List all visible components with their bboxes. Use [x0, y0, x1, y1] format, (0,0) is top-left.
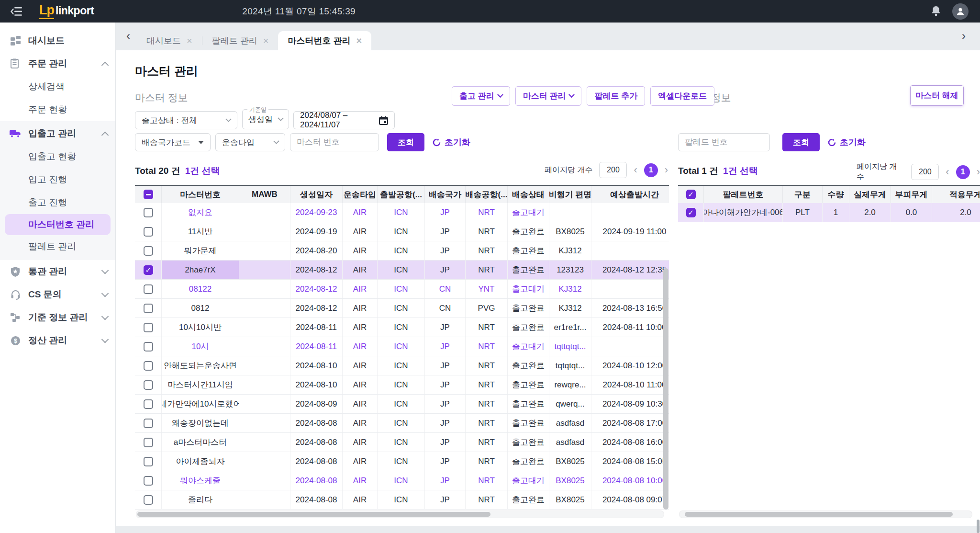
add-pallet-button[interactable]: 팔레트 추가	[587, 86, 645, 106]
user-avatar[interactable]	[952, 3, 969, 20]
pallet-no-input[interactable]	[678, 133, 770, 151]
page-number[interactable]: 1	[644, 163, 658, 177]
pallet-table-horizontal-scrollbar[interactable]	[679, 510, 972, 518]
sidebar-group-inout[interactable]: 입출고 관리	[0, 122, 115, 145]
cell-master-no[interactable]: 내가만약에10시로했어	[162, 395, 239, 413]
transport-type-select[interactable]: 운송타입	[215, 133, 285, 151]
row-checkbox[interactable]	[144, 304, 153, 313]
master-no-field[interactable]	[297, 137, 372, 147]
row-checkbox[interactable]	[144, 399, 153, 409]
table-row[interactable]: 안해도되는운송사면 2024-08-10 AIR ICN JP NRT 출고완료…	[135, 356, 669, 375]
page-prev-icon[interactable]: ‹	[946, 167, 949, 177]
shipping-manage-button[interactable]: 출고 관리	[452, 86, 510, 106]
close-icon[interactable]: ×	[187, 36, 192, 45]
cell-master-no[interactable]: a마스터마스터	[162, 433, 239, 452]
cell-master-no[interactable]: 없지요	[162, 203, 239, 222]
scrollbar-thumb[interactable]	[663, 268, 668, 510]
table-row[interactable]: 08122 2024-08-12 AIR ICN CN YNT 출고대기 KJ3…	[135, 280, 669, 299]
table-row[interactable]: 뭐가문제 2024-08-20 AIR ICN JP NRT 출고완료 KJ31…	[135, 241, 669, 261]
cell-master-no[interactable]: 안해도되는운송사면	[162, 356, 239, 375]
linkport-logo[interactable]: Lp linkport	[39, 4, 94, 19]
cell-master-no[interactable]: 10시10시반	[162, 318, 239, 337]
table-row[interactable]: 내가만약에10시로했어 2024-08-09 AIR ICN JP NRT 출고…	[135, 395, 669, 414]
sidebar-group-settlement[interactable]: $ 정산 관리	[0, 329, 115, 352]
master-table-horizontal-scrollbar[interactable]	[136, 510, 664, 518]
select-all-checkbox[interactable]	[144, 190, 153, 199]
cell-master-no[interactable]: 2hae7rX	[162, 261, 239, 279]
cell-master-no[interactable]: 0812	[162, 299, 239, 318]
row-checkbox[interactable]	[144, 361, 153, 371]
per-page-input[interactable]: 200	[599, 162, 627, 178]
page-vertical-scrollbar[interactable]	[977, 520, 980, 533]
scrollbar-thumb[interactable]	[685, 512, 953, 517]
master-table-vertical-scrollbar[interactable]	[663, 203, 668, 510]
row-checkbox[interactable]	[144, 342, 153, 352]
tab-dashboard[interactable]: 대시보드 ×	[137, 31, 202, 50]
sidebar-item-inbound[interactable]: 입고 진행	[0, 168, 115, 191]
table-row[interactable]: 졸리다 2024-08-08 AIR ICN JP NRT 출고완료 BX802…	[135, 490, 669, 510]
tab-master-number-active[interactable]: 마스터번호 관리 ×	[278, 31, 371, 50]
table-row[interactable]: 아나이해가안가네-006 PLT 1 2.0 0.0 2.0	[678, 203, 980, 222]
tabs-scroll-left-icon[interactable]: ‹	[116, 30, 137, 50]
table-row[interactable]: 10시10시반 2024-08-11 AIR ICN JP NRT 출고완료 e…	[135, 318, 669, 337]
close-icon[interactable]: ×	[263, 36, 269, 45]
sidebar-item-pallet[interactable]: 팔레트 관리	[0, 235, 115, 258]
table-row[interactable]: 2hae7rX 2024-08-12 AIR ICN JP NRT 출고완료 1…	[135, 261, 669, 280]
cell-master-no[interactable]: 마스터시간11시임	[162, 375, 239, 394]
cell-master-no[interactable]: 10시	[162, 337, 239, 356]
row-checkbox[interactable]	[144, 495, 153, 505]
select-all-checkbox[interactable]	[686, 190, 696, 199]
table-row[interactable]: 없지요 2024-09-23 AIR ICN JP NRT 출고대기	[135, 203, 669, 222]
cell-master-no[interactable]: 졸리다	[162, 490, 239, 509]
row-checkbox[interactable]	[144, 246, 153, 256]
cell-master-no[interactable]: 왜송장이없는데	[162, 414, 239, 432]
sidebar-item-dashboard[interactable]: 대시보드	[0, 29, 115, 52]
country-code-select[interactable]: 배송국가코드	[135, 133, 211, 151]
pallet-search-button[interactable]: 조회	[782, 133, 820, 151]
sidebar-item-order-status[interactable]: 주문 현황	[0, 98, 115, 121]
page-prev-icon[interactable]: ‹	[634, 165, 637, 175]
pallet-no-field[interactable]	[685, 137, 763, 147]
scrollbar-thumb[interactable]	[137, 512, 490, 517]
master-reset-button[interactable]: 초기화	[432, 133, 470, 151]
table-row[interactable]: 0812 2024-08-12 AIR ICN CN PVG 출고완료 KJ31…	[135, 299, 669, 318]
sidebar-group-customs[interactable]: 통관 관리	[0, 260, 115, 283]
excel-download-button[interactable]: 엑셀다운로드	[650, 86, 714, 106]
table-row[interactable]: 11시반 2024-09-19 AIR ICN JP NRT 출고완료 BX80…	[135, 222, 669, 241]
shipping-status-select[interactable]: 출고상태 : 전체	[135, 111, 237, 129]
table-row[interactable]: 왜송장이없는데 2024-08-08 AIR ICN JP NRT 출고완료 a…	[135, 414, 669, 433]
cell-pallet-no[interactable]: 아나이해가안가네-006	[704, 203, 783, 222]
cell-master-no[interactable]: 아이제좀되자	[162, 452, 239, 471]
master-no-input[interactable]	[290, 133, 379, 151]
tabs-scroll-right-icon[interactable]: ›	[951, 30, 972, 50]
sidebar-item-detail-search[interactable]: 상세검색	[0, 75, 115, 98]
date-type-select[interactable]: 기준일 생성일	[242, 109, 289, 129]
close-icon[interactable]: ×	[356, 36, 362, 45]
row-checkbox[interactable]	[144, 227, 153, 237]
sidebar-group-orders[interactable]: 주문 관리	[0, 52, 115, 75]
table-row[interactable]: a마스터마스터 2024-08-08 AIR ICN JP NRT 출고완료 a…	[135, 433, 669, 452]
master-release-button[interactable]: 마스터 해제	[910, 85, 964, 106]
date-range-input[interactable]: 2024/08/07 – 2024/11/07	[293, 111, 395, 129]
pallet-reset-button[interactable]: 초기화	[827, 133, 866, 151]
page-next-icon[interactable]: ›	[977, 167, 980, 177]
cell-master-no[interactable]: 뭐야스케줄	[162, 471, 239, 490]
sidebar-item-master-number[interactable]: 마스터번호 관리	[5, 214, 111, 235]
table-row[interactable]: 아이제좀되자 2024-08-08 AIR ICN JP NRT 출고완료 BX…	[135, 452, 669, 471]
row-checkbox[interactable]	[144, 265, 153, 275]
sidebar-item-inout-status[interactable]: 입출고 현황	[0, 145, 115, 168]
cell-master-no[interactable]: 뭐가문제	[162, 241, 239, 260]
master-manage-button[interactable]: 마스터 관리	[515, 86, 582, 106]
sidebar-toggle-icon[interactable]	[10, 6, 24, 17]
row-checkbox[interactable]	[144, 419, 153, 428]
cell-master-no[interactable]: 08122	[162, 280, 239, 298]
row-checkbox[interactable]	[144, 284, 153, 294]
per-page-input[interactable]: 200	[911, 164, 939, 180]
sidebar-group-cs[interactable]: CS 문의	[0, 283, 115, 306]
row-checkbox[interactable]	[686, 208, 696, 217]
page-next-icon[interactable]: ›	[665, 165, 668, 175]
row-checkbox[interactable]	[144, 208, 153, 217]
master-search-button[interactable]: 조회	[387, 133, 424, 151]
table-row[interactable]: 뭐야스케줄 2024-08-08 AIR ICN JP NRT 출고대기 BX8…	[135, 471, 669, 490]
page-number[interactable]: 1	[956, 165, 970, 179]
